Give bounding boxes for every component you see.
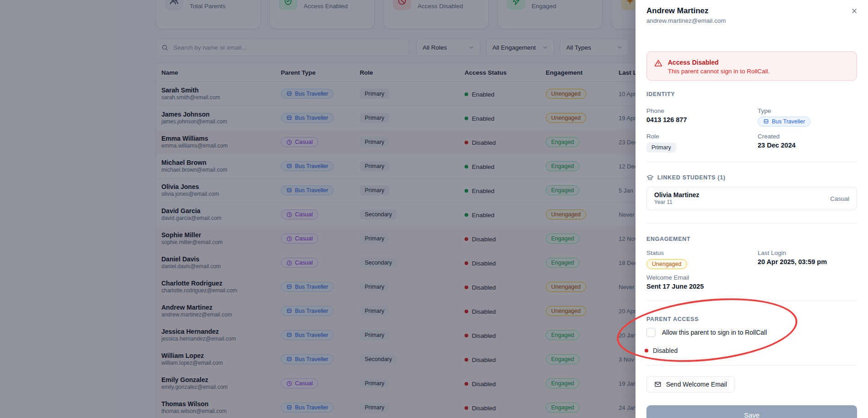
welcome-email-label: Welcome Email	[646, 274, 783, 281]
divider	[646, 162, 857, 162]
envelope-icon	[654, 381, 661, 388]
save-button[interactable]: Save	[646, 405, 857, 418]
type-value: Bus Traveller	[772, 118, 805, 125]
last-login-value: 20 Apr 2025, 03:59 pm	[758, 258, 863, 265]
parent-detail-panel: Andrew Martinez andrew.martinez@email.co…	[636, 0, 868, 418]
allow-signin-checkbox[interactable]	[646, 328, 656, 337]
divider	[646, 365, 857, 366]
alert-title: Access Disabled	[668, 59, 770, 66]
last-login-label: Last Login	[758, 250, 863, 256]
warning-icon	[654, 59, 662, 73]
status-label: Status	[646, 250, 747, 256]
student-year: Year 11	[654, 199, 699, 206]
parent-access-heading: PARENT ACCESS	[646, 316, 857, 322]
allow-signin-row: Allow this parent to sign in to RollCall	[646, 328, 857, 337]
welcome-email-value: Sent 17 June 2025	[646, 283, 783, 290]
engagement-section-heading: ENGAGEMENT	[646, 236, 857, 242]
status-dot	[645, 349, 648, 352]
send-welcome-email-button[interactable]: Send Welcome Email	[646, 376, 735, 393]
access-status-label: Disabled	[653, 347, 677, 354]
type-label: Type	[758, 107, 858, 114]
role-label: Role	[646, 133, 747, 140]
student-type: Casual	[830, 195, 849, 202]
phone-label: Phone	[646, 107, 747, 114]
access-status: Disabled	[645, 347, 857, 354]
created-value: 23 Dec 2024	[758, 142, 858, 149]
allow-signin-label: Allow this parent to sign in to RollCall	[662, 329, 767, 336]
student-name: Olivia Martinez	[654, 191, 699, 199]
divider	[646, 301, 857, 301]
graduation-cap-icon	[646, 174, 654, 181]
parent-type-badge: Bus Traveller	[758, 117, 811, 127]
linked-students-label: LINKED STUDENTS (1)	[657, 174, 725, 181]
linked-student-card[interactable]: Olivia Martinez Year 11 Casual	[646, 187, 857, 210]
role-badge: Primary	[646, 143, 676, 153]
panel-title: Andrew Martinez	[646, 6, 857, 15]
created-label: Created	[758, 133, 858, 140]
access-disabled-alert: Access Disabled This parent cannot sign …	[646, 51, 857, 81]
identity-section-heading: IDENTITY	[646, 91, 857, 97]
panel-email: andrew.martinez@email.com	[646, 17, 857, 24]
alert-message: This parent cannot sign in to RollCall.	[668, 67, 770, 75]
bus-icon	[763, 119, 769, 125]
linked-students-heading: LINKED STUDENTS (1)	[646, 174, 857, 181]
send-welcome-email-label: Send Welcome Email	[666, 381, 727, 388]
divider	[646, 223, 857, 224]
engagement-badge: Unengaged	[646, 259, 687, 269]
close-icon[interactable]	[849, 5, 860, 16]
phone-value: 0413 126 877	[646, 116, 747, 123]
